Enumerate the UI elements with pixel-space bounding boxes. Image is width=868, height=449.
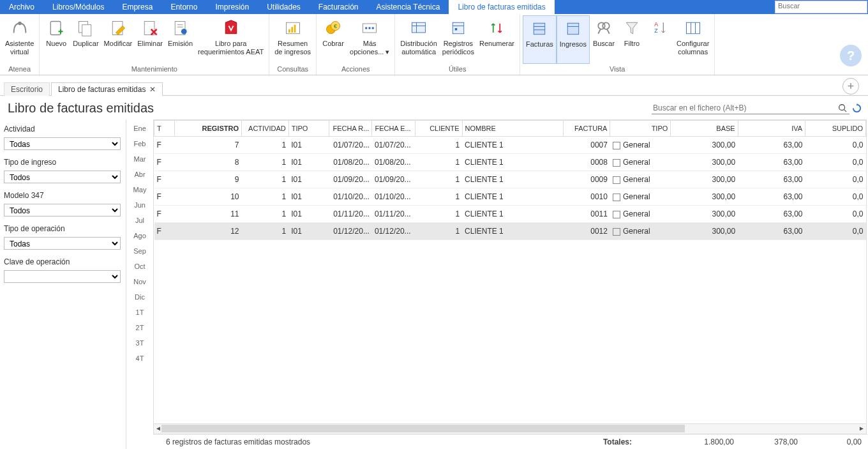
scroll-right-icon[interactable]: ► [857, 424, 866, 433]
menu-archivo[interactable]: Archivo [0, 0, 43, 14]
col-header[interactable]: NOMBRE [462, 121, 563, 137]
month-3t[interactable]: 3T [126, 335, 153, 351]
cobrar-button[interactable]: €Cobrar [319, 15, 347, 64]
filter-select-tipo-de-operaci-n[interactable]: Todas [4, 237, 121, 250]
horizontal-scrollbar[interactable]: ◄ ► [153, 424, 867, 434]
renumerar-button[interactable]: Renumerar [477, 15, 517, 64]
col-header[interactable]: IVA [738, 121, 805, 137]
table-row[interactable]: F91I0101/09/20...01/09/20...1CLIENTE 100… [154, 171, 866, 188]
month-ago[interactable]: Ago [126, 228, 153, 243]
menu-impresi-n[interactable]: Impresión [206, 0, 258, 14]
col-header[interactable]: SUPLIDO [805, 121, 866, 137]
emision-button[interactable]: Emisión [165, 15, 195, 64]
help-icon[interactable]: ? [840, 45, 862, 66]
modificar-button[interactable]: Modificar [101, 15, 135, 64]
month-ene[interactable]: Ene [126, 121, 153, 136]
cell: 0007 [563, 137, 610, 154]
global-search[interactable] [775, 1, 867, 13]
month-mar[interactable]: Mar [126, 151, 153, 167]
menu-facturaci-n[interactable]: Facturación [310, 0, 368, 14]
table-row[interactable]: F81I0101/08/20...01/08/20...1CLIENTE 100… [154, 154, 866, 171]
close-icon[interactable]: ✕ [149, 85, 156, 94]
menu-utilidades[interactable]: Utilidades [258, 0, 310, 14]
col-header[interactable]: ACTIVIDAD [241, 121, 288, 137]
mas-opciones-button[interactable]: Másopciones... ▾ [347, 15, 392, 64]
duplicar-button[interactable]: Duplicar [70, 15, 101, 64]
cell: 300,00 [671, 223, 738, 240]
filter-select-tipo-de-ingreso[interactable]: Todos [4, 171, 121, 183]
col-header[interactable]: FACTURA [563, 121, 610, 137]
cell: 0,0 [805, 206, 866, 223]
global-search-input[interactable] [775, 1, 867, 10]
filter-select-clave-de-operaci-n[interactable] [4, 270, 121, 283]
asistente-virtual-button[interactable]: Asistentevirtual [3, 15, 36, 64]
month-1t[interactable]: 1T [126, 305, 153, 320]
menu-entorno[interactable]: Entorno [161, 0, 206, 14]
month-jun[interactable]: Jun [126, 197, 153, 213]
checkbox-icon[interactable] [613, 211, 620, 218]
month-nov[interactable]: Nov [126, 274, 153, 289]
configurar-columnas-button[interactable]: Configurarcolumnas [674, 15, 712, 64]
checkbox-icon[interactable] [613, 159, 620, 167]
col-header[interactable]: CLIENTE [415, 121, 462, 137]
menu-libro-de-facturas-emitidas[interactable]: Libro de facturas emitidas [449, 0, 554, 14]
resumen-ingresos-button[interactable]: Resumende ingresos [272, 15, 313, 64]
month-oct[interactable]: Oct [126, 259, 153, 274]
table-row[interactable]: F111I0101/11/20...01/11/20...1CLIENTE 10… [154, 206, 866, 223]
eliminar-button[interactable]: Eliminar [135, 15, 165, 64]
svg-rect-12 [291, 27, 293, 33]
menu-empresa[interactable]: Empresa [113, 0, 161, 14]
col-header[interactable]: BASE [671, 121, 738, 137]
tab-label: Libro de facturas emitidas [58, 85, 146, 94]
col-header[interactable]: FECHA R... [329, 121, 371, 137]
col-header[interactable]: REGISTRO [174, 121, 241, 137]
tab-libro-de-facturas-emitidas[interactable]: Libro de facturas emitidas✕ [51, 82, 163, 96]
col-header[interactable]: T [154, 121, 175, 137]
checkbox-icon[interactable] [613, 228, 620, 236]
table-row[interactable]: F71I0101/07/20...01/07/20...1CLIENTE 100… [154, 137, 866, 154]
cell: General [610, 171, 671, 188]
menu-libros-m-dulos[interactable]: Libros/Módulos [43, 0, 113, 14]
checkbox-icon[interactable] [613, 176, 620, 184]
filtro-button[interactable]: Filtro [618, 15, 646, 64]
month-sep[interactable]: Sep [126, 243, 153, 259]
libro-req-button[interactable]: Libro pararequerimientos AEAT [195, 15, 266, 64]
orden-button[interactable]: AZ [646, 15, 674, 64]
facturas-button[interactable]: Facturas [523, 15, 557, 64]
cell: I01 [288, 206, 329, 223]
filter-select-actividad[interactable]: Todas [4, 137, 121, 150]
menu-asistencia-t-cnica[interactable]: Asistencia Técnica [368, 0, 449, 14]
svg-point-41 [839, 105, 845, 110]
distribucion-button[interactable]: Distribuciónautomática [398, 15, 439, 64]
search-icon[interactable] [838, 103, 849, 112]
table-row[interactable]: F121I0101/12/20...01/12/20...1CLIENTE 10… [154, 223, 866, 240]
filter-select-modelo-[interactable]: Todos [4, 204, 121, 217]
filter-label: Clave de operación [4, 257, 121, 266]
table-row[interactable]: F101I0101/10/20...01/10/20...1CLIENTE 10… [154, 188, 866, 206]
month-jul[interactable]: Jul [126, 213, 153, 228]
col-header[interactable]: TIPO [288, 121, 329, 137]
cell: F [154, 223, 175, 240]
duplicar-label: Duplicar [73, 40, 98, 48]
col-header[interactable]: FECHA E... [372, 121, 415, 137]
ingresos-button[interactable]: Ingresos [557, 15, 590, 64]
tab-escritorio[interactable]: Escritorio [4, 82, 50, 96]
col-header[interactable]: TIPO [610, 121, 671, 137]
file-search[interactable] [652, 102, 849, 114]
configurar-columnas-label: Configurarcolumnas [677, 40, 709, 56]
month-may[interactable]: May [126, 182, 153, 197]
month-feb[interactable]: Feb [126, 136, 153, 151]
month-2t[interactable]: 2T [126, 320, 153, 335]
buscar-button[interactable]: Buscar [590, 15, 618, 64]
nuevo-button[interactable]: Nuevo [42, 15, 70, 64]
refresh-icon[interactable] [852, 103, 862, 113]
month-4t[interactable]: 4T [126, 351, 153, 366]
checkbox-icon[interactable] [613, 142, 620, 149]
file-search-input[interactable] [652, 102, 838, 114]
month-abr[interactable]: Abr [126, 167, 153, 182]
registros-periodicos-button[interactable]: Registrosperiódicos [440, 15, 477, 64]
scrollbar-thumb[interactable] [161, 425, 685, 432]
checkbox-icon[interactable] [613, 194, 620, 201]
month-dic[interactable]: Dic [126, 289, 153, 305]
grid-scroll[interactable]: TREGISTROACTIVIDADTIPOFECHA R...FECHA E.… [153, 119, 867, 424]
